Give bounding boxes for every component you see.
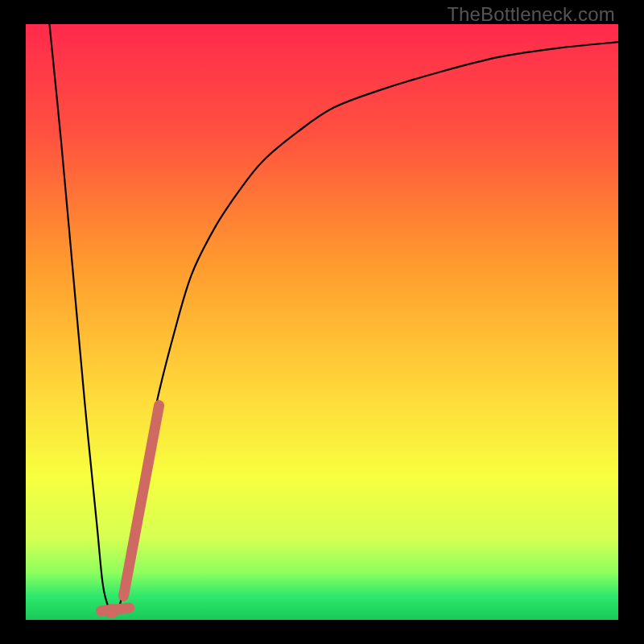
plot-area <box>26 24 618 620</box>
optimal-point-dot <box>105 604 119 618</box>
watermark-text: TheBottleneck.com <box>447 3 615 26</box>
chart-frame: TheBottleneck.com <box>0 0 644 644</box>
chart-svg <box>26 24 618 620</box>
